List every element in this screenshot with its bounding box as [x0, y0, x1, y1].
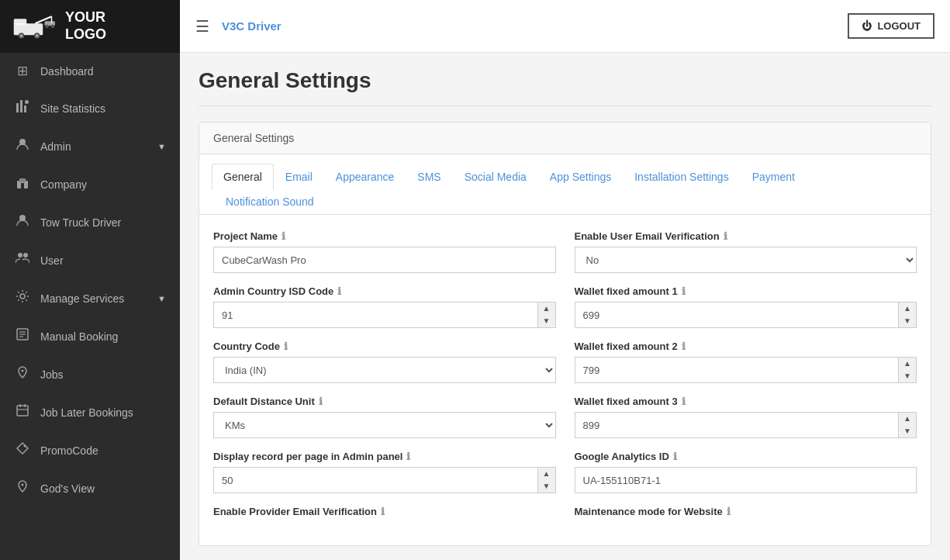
sidebar-item-job-later-bookings[interactable]: Job Later Bookings — [0, 393, 180, 431]
email-verification-select[interactable]: No Yes — [575, 247, 917, 273]
svg-rect-11 — [16, 103, 19, 112]
tab-payment[interactable]: Payment — [741, 164, 807, 190]
manual-booking-icon — [14, 327, 31, 345]
isd-code-down-btn[interactable]: ▼ — [538, 315, 555, 327]
promo-code-icon — [14, 441, 31, 459]
isd-code-label: Admin Country ISD Code ℹ — [213, 285, 556, 297]
isd-code-help-icon[interactable]: ℹ — [337, 285, 341, 297]
wallet-amount1-spinner: ▲ ▼ — [575, 302, 917, 328]
wallet-amount1-down-btn[interactable]: ▼ — [899, 315, 916, 327]
country-code-label: Country Code ℹ — [213, 340, 556, 352]
distance-unit-select[interactable]: KMs Miles — [213, 412, 556, 438]
records-per-page-down-btn[interactable]: ▼ — [538, 480, 555, 493]
form-group-wallet-amount-2: Wallet fixed amount 2 ℹ ▲ ▼ — [575, 340, 917, 383]
form-group-wallet-amount-1: Wallet fixed amount 1 ℹ ▲ ▼ — [575, 285, 917, 328]
wallet-amount1-help-icon[interactable]: ℹ — [682, 285, 686, 297]
wallet-amount2-down-btn[interactable]: ▼ — [899, 370, 916, 382]
topbar: ☰ V3C Driver ⏻ LOGOUT — [180, 0, 950, 53]
isd-code-spinner-btns: ▲ ▼ — [538, 302, 556, 328]
wallet-amount3-input[interactable] — [575, 412, 900, 438]
distance-unit-help-icon[interactable]: ℹ — [319, 396, 323, 407]
jobs-icon — [14, 365, 31, 383]
form-group-country-code: Country Code ℹ India (IN) USA (US) UK (G… — [213, 340, 556, 383]
wallet-amount1-up-btn[interactable]: ▲ — [899, 302, 916, 315]
provider-email-help-icon[interactable]: ℹ — [381, 506, 385, 517]
project-name-input[interactable] — [213, 247, 556, 273]
maintenance-help-icon[interactable]: ℹ — [727, 506, 731, 517]
email-verification-help-icon[interactable]: ℹ — [724, 230, 727, 242]
sidebar-item-user[interactable]: User — [0, 241, 180, 279]
records-per-page-help-icon[interactable]: ℹ — [406, 451, 410, 462]
tab-notification-sound[interactable]: Notification Sound — [215, 189, 325, 214]
wallet-amount3-spinner: ▲ ▼ — [575, 412, 917, 438]
sidebar-item-manage-services[interactable]: Manage Services ▼ — [0, 279, 180, 317]
wallet-amount1-label: Wallet fixed amount 1 ℹ — [575, 285, 917, 297]
isd-code-input[interactable] — [213, 302, 538, 328]
job-later-bookings-icon — [14, 403, 31, 421]
sidebar-item-gods-view[interactable]: God's View — [0, 469, 180, 507]
sidebar-item-dashboard[interactable]: ⊞ Dashboard — [0, 53, 180, 89]
wallet-amount1-input[interactable] — [575, 302, 900, 328]
form-group-google-analytics: Google Analytics ID ℹ — [575, 451, 917, 493]
country-code-help-icon[interactable]: ℹ — [284, 340, 288, 352]
form-group-maintenance: Maintenance mode for Website ℹ — [575, 506, 917, 517]
wallet-amount2-up-btn[interactable]: ▲ — [899, 358, 916, 370]
google-analytics-help-icon[interactable]: ℹ — [673, 451, 677, 462]
sidebar-item-admin[interactable]: Admin ▼ — [0, 127, 180, 165]
sidebar-item-label: Tow Truck Driver — [40, 216, 166, 229]
sidebar-navigation: ⊞ Dashboard Site Statistics Admin ▼ Comp… — [0, 53, 180, 560]
distance-unit-label: Default Distance Unit ℹ — [213, 396, 556, 407]
form-row-5: Display record per page in Admin panel ℹ… — [213, 451, 917, 493]
sidebar-item-manual-booking[interactable]: Manual Booking — [0, 317, 180, 355]
wallet-amount3-help-icon[interactable]: ℹ — [682, 396, 686, 407]
email-verification-label: Enable User Email Verification ℹ — [575, 230, 917, 242]
project-name-help-icon[interactable]: ℹ — [282, 230, 285, 242]
settings-card: General Settings General Email Appearanc… — [199, 122, 931, 546]
project-name-label: Project Name ℹ — [213, 230, 556, 242]
page-title: General Settings — [199, 68, 931, 93]
tab-appearance[interactable]: Appearance — [324, 164, 406, 190]
sidebar: YOUR LOGO ⊞ Dashboard Site Statistics Ad… — [0, 0, 180, 560]
svg-point-9 — [45, 25, 49, 29]
tab-social-media[interactable]: Social Media — [453, 164, 538, 190]
sidebar-item-label: God's View — [40, 482, 166, 495]
sidebar-item-label: Manage Services — [40, 292, 148, 305]
country-code-select[interactable]: India (IN) USA (US) UK (GB) — [213, 357, 556, 383]
tab-installation-settings[interactable]: Installation Settings — [623, 164, 740, 190]
wallet-amount2-spinner: ▲ ▼ — [575, 357, 917, 383]
form-row-3: Country Code ℹ India (IN) USA (US) UK (G… — [213, 340, 917, 383]
sidebar-item-jobs[interactable]: Jobs — [0, 355, 180, 393]
wallet-amount3-down-btn[interactable]: ▼ — [899, 425, 916, 437]
sidebar-item-company[interactable]: Company — [0, 165, 180, 203]
wallet-amount2-input[interactable] — [575, 357, 900, 383]
tab-app-settings[interactable]: App Settings — [538, 164, 623, 190]
sidebar-item-tow-truck-driver[interactable]: Tow Truck Driver — [0, 203, 180, 241]
page-content: General Settings General Settings Genera… — [180, 53, 950, 560]
sidebar-item-label: Jobs — [40, 368, 166, 381]
svg-point-7 — [36, 34, 39, 37]
svg-point-22 — [23, 253, 28, 258]
svg-point-28 — [22, 370, 24, 372]
wallet-amount2-help-icon[interactable]: ℹ — [682, 340, 686, 352]
records-per-page-input[interactable] — [213, 467, 538, 493]
sidebar-item-site-statistics[interactable]: Site Statistics — [0, 89, 180, 127]
form-row-6: Enable Provider Email Verification ℹ Mai… — [213, 506, 917, 517]
svg-rect-18 — [19, 178, 26, 182]
tab-email[interactable]: Email — [274, 164, 324, 190]
sidebar-item-label: Site Statistics — [40, 102, 166, 115]
sidebar-item-label: Company — [40, 178, 166, 191]
records-per-page-spinner: ▲ ▼ — [213, 467, 556, 493]
logout-button[interactable]: ⏻ LOGOUT — [848, 13, 934, 39]
gods-view-icon — [14, 479, 31, 497]
records-per-page-up-btn[interactable]: ▲ — [538, 468, 555, 480]
sidebar-item-label: PromoCode — [40, 444, 166, 457]
manage-services-arrow-icon: ▼ — [157, 294, 166, 303]
isd-code-up-btn[interactable]: ▲ — [538, 302, 555, 315]
wallet-amount3-up-btn[interactable]: ▲ — [899, 413, 916, 425]
google-analytics-input[interactable] — [575, 467, 917, 493]
svg-point-5 — [20, 34, 23, 37]
hamburger-menu-icon[interactable]: ☰ — [195, 17, 209, 36]
tab-general[interactable]: General — [212, 164, 274, 190]
tab-sms[interactable]: SMS — [406, 164, 452, 190]
sidebar-item-promo-code[interactable]: PromoCode — [0, 431, 180, 469]
